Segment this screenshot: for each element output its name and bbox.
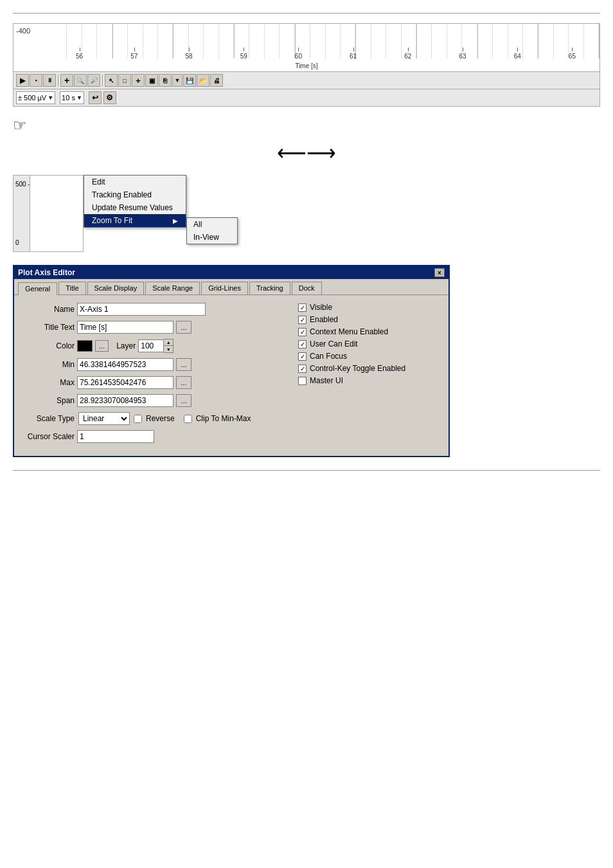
- voltage-dropdown[interactable]: ± 500 µV ▼: [16, 91, 55, 104]
- scale-type-select[interactable]: Linear Log: [78, 412, 130, 425]
- reverse-checkbox[interactable]: [134, 415, 142, 423]
- min-label: Min: [23, 360, 75, 369]
- tick-58: 58: [161, 53, 216, 60]
- name-input[interactable]: [77, 303, 206, 316]
- master-ui-checkbox[interactable]: [298, 377, 306, 385]
- zoom-out-button[interactable]: 🔎: [87, 74, 100, 87]
- span-label: Span: [23, 396, 75, 405]
- plot-axis-editor-dialog: Plot Axis Editor × General Title Scale D…: [13, 265, 450, 457]
- can-focus-label: Can Focus: [310, 352, 347, 361]
- menu-item-edit[interactable]: Edit: [84, 176, 186, 188]
- open-button[interactable]: 📂: [197, 74, 209, 87]
- tick-57: 57: [107, 53, 161, 60]
- tb-sep-1: [58, 75, 58, 86]
- cursor-button[interactable]: +: [60, 74, 73, 87]
- save-button[interactable]: 💾: [183, 74, 196, 87]
- user-can-edit-checkbox[interactable]: [298, 340, 306, 348]
- layer-input[interactable]: [138, 339, 164, 352]
- tab-grid-lines[interactable]: Grid-Lines: [201, 282, 248, 294]
- tab-title[interactable]: Title: [58, 282, 85, 294]
- tick-65: 65: [545, 53, 600, 60]
- tick-59: 59: [217, 53, 271, 60]
- context-menu-enabled-label: Context Menu Enabled: [310, 327, 388, 336]
- span-row: Span ...: [23, 394, 285, 407]
- play-button[interactable]: ▶: [16, 74, 29, 87]
- control-key-checkbox-row: Control-Key Toggle Enabled: [298, 364, 440, 373]
- chart-stub: 500 – 0: [13, 175, 84, 252]
- title-text-label: Title Text: [23, 323, 75, 332]
- pause-button[interactable]: ⏸: [43, 74, 56, 87]
- hand-cursor-icon: ☞: [13, 116, 27, 134]
- visible-checkbox[interactable]: [298, 303, 306, 312]
- enabled-checkbox[interactable]: [298, 316, 306, 324]
- print-button[interactable]: 🖨: [210, 74, 223, 87]
- menu-item-update[interactable]: Update Resume Values: [84, 201, 186, 214]
- cursor-scaler-label: Cursor Scaler: [23, 432, 75, 441]
- voltage-dropdown-arrow: ▼: [48, 95, 53, 101]
- cursor-scaler-row: Cursor Scaler: [23, 430, 285, 443]
- submenu-in-view[interactable]: In-View: [187, 231, 237, 244]
- plot-chart-area: -400: [13, 24, 600, 72]
- cross-button[interactable]: +: [132, 74, 145, 87]
- max-ellipsis-btn[interactable]: ...: [176, 376, 191, 389]
- tab-scale-display[interactable]: Scale Display: [87, 282, 145, 294]
- arrow-drop-button[interactable]: ▼: [172, 74, 182, 87]
- rect-button[interactable]: □: [118, 74, 131, 87]
- time-dropdown[interactable]: 10 s ▼: [60, 91, 84, 104]
- can-focus-checkbox[interactable]: [298, 352, 306, 361]
- submenu-all[interactable]: All: [187, 218, 237, 231]
- tab-dock[interactable]: Dock: [292, 282, 322, 294]
- copy-button[interactable]: ⎘: [159, 74, 172, 87]
- page-container: -400: [0, 0, 613, 868]
- hand-cursor-section: ☞: [13, 116, 600, 134]
- tab-scale-range[interactable]: Scale Range: [145, 282, 200, 294]
- dialog-close-button[interactable]: ×: [434, 268, 445, 277]
- context-menu-section: 500 – 0 Edit Tracking Enabled Update Res…: [13, 175, 600, 252]
- context-menu: Edit Tracking Enabled Update Resume Valu…: [84, 175, 186, 228]
- min-input[interactable]: [77, 358, 173, 371]
- two-col-layout: Name Title Text ... Color: [23, 303, 440, 448]
- reverse-label: Reverse: [146, 414, 175, 423]
- settings-button[interactable]: ⚙: [103, 91, 116, 104]
- select-button[interactable]: ↖: [105, 74, 118, 87]
- span-input[interactable]: [77, 394, 173, 407]
- x-axis-ticks: 56 57 58 59 60 61 62 63 64 65: [52, 37, 600, 60]
- tick-56: 56: [52, 53, 107, 60]
- color-swatch[interactable]: [77, 340, 93, 352]
- scale-type-row: Scale Type Linear Log Reverse Clip To Mi…: [23, 412, 285, 425]
- dialog-title: Plot Axis Editor: [18, 268, 75, 277]
- master-ui-label: Master UI: [310, 376, 343, 385]
- span-ellipsis-btn[interactable]: ...: [176, 394, 191, 407]
- name-row: Name: [23, 303, 285, 316]
- tab-general[interactable]: General: [18, 282, 57, 295]
- menu-item-zoom-to-fit[interactable]: Zoom To Fit ▶: [84, 214, 186, 227]
- min-ellipsis-btn[interactable]: ...: [176, 358, 191, 371]
- zoom-in-button[interactable]: 🔍: [74, 74, 87, 87]
- layer-spinner-btns: ▲ ▼: [164, 339, 173, 353]
- clip-checkbox[interactable]: [184, 415, 192, 423]
- tab-tracking[interactable]: Tracking: [249, 282, 290, 294]
- stop-button[interactable]: ▪: [30, 74, 42, 87]
- title-text-ellipsis-btn[interactable]: ...: [176, 321, 191, 334]
- layer-spinner-up[interactable]: ▲: [164, 339, 173, 346]
- plot-section: -400: [13, 23, 600, 107]
- can-focus-checkbox-row: Can Focus: [298, 352, 440, 361]
- y-axis-label: -400: [16, 27, 30, 35]
- max-input[interactable]: [77, 376, 173, 389]
- layer-spinner-down[interactable]: ▼: [164, 346, 173, 352]
- title-text-input[interactable]: [77, 321, 173, 334]
- control-key-toggle-checkbox[interactable]: [298, 365, 306, 373]
- max-row: Max ...: [23, 376, 285, 389]
- cursor-scaler-input[interactable]: [77, 430, 154, 443]
- checkboxes-col: Visible Enabled Context Menu Enabled: [298, 303, 440, 385]
- max-label: Max: [23, 378, 75, 387]
- dialog-tabs: General Title Scale Display Scale Range …: [14, 279, 449, 295]
- color-btn[interactable]: ...: [95, 340, 109, 352]
- bidirectional-arrow-icon: ⟵⟶: [277, 141, 336, 165]
- context-menu-enabled-checkbox[interactable]: [298, 328, 306, 336]
- enabled-label: Enabled: [310, 315, 338, 324]
- multi-button[interactable]: ▣: [145, 74, 158, 87]
- left-col: Name Title Text ... Color: [23, 303, 285, 448]
- undo-button[interactable]: ↩: [89, 91, 102, 104]
- menu-item-tracking[interactable]: Tracking Enabled: [84, 188, 186, 201]
